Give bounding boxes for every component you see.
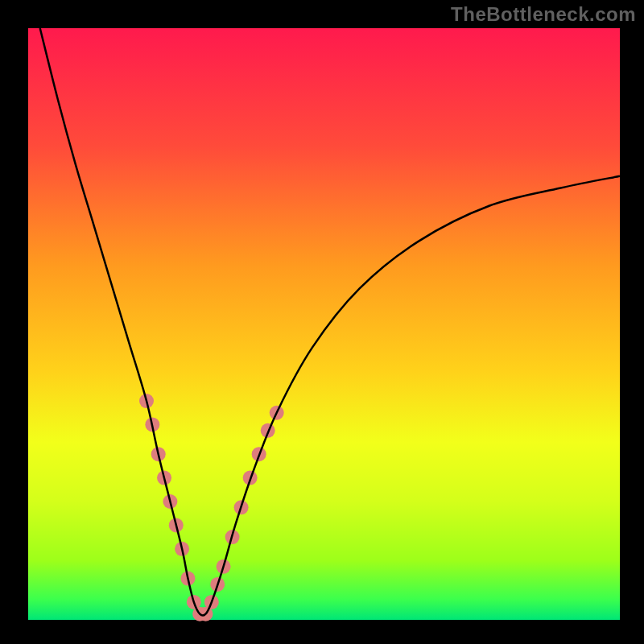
chart-frame: TheBottleneck.com — [0, 0, 644, 644]
watermark-text: TheBottleneck.com — [451, 3, 636, 26]
chart-svg — [0, 0, 644, 644]
plot-background — [28, 28, 620, 620]
